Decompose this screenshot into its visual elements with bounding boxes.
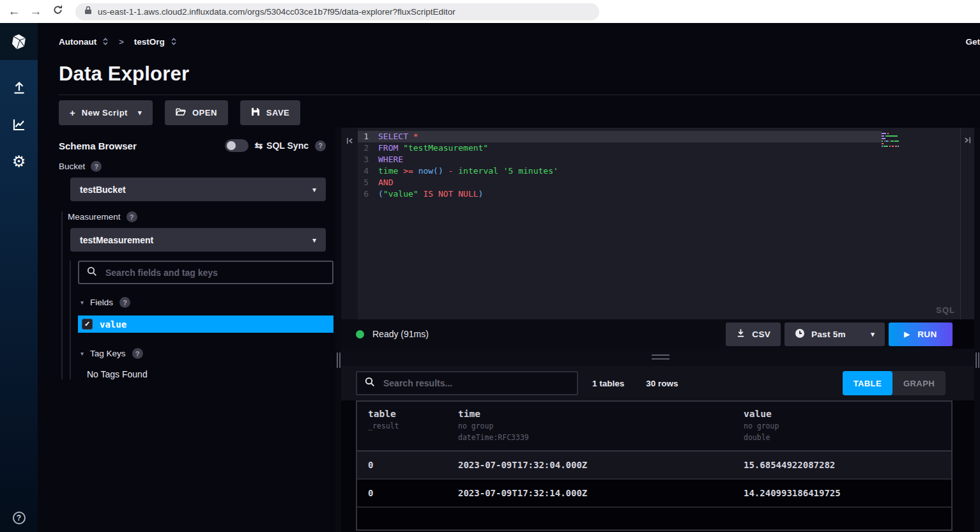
results-table-filler bbox=[357, 508, 951, 529]
table-row: 02023-07-09T17:32:04.000Z15.685449220872… bbox=[357, 452, 951, 480]
save-label: SAVE bbox=[266, 108, 289, 118]
nav-rail: ⚙ ? bbox=[0, 23, 38, 532]
gear-icon[interactable]: ⚙ bbox=[11, 153, 27, 170]
splitter-handle[interactable] bbox=[976, 353, 979, 368]
table-cell-table: 0 bbox=[368, 460, 458, 470]
run-label: RUN bbox=[917, 330, 937, 339]
results-search-box[interactable] bbox=[356, 371, 578, 395]
csv-label: CSV bbox=[752, 330, 770, 339]
suborg-switcher-icon[interactable] bbox=[171, 37, 177, 46]
table-cell-time: 2023-07-09T17:32:14.000Z bbox=[458, 488, 744, 498]
tag-keys-help-icon[interactable]: ? bbox=[132, 348, 143, 359]
plus-icon: + bbox=[70, 107, 75, 118]
help-area: ? bbox=[0, 512, 38, 524]
schema-browser-title: Schema Browser bbox=[59, 141, 137, 151]
measurement-help-icon[interactable]: ? bbox=[126, 211, 137, 222]
measurement-value: testMeasurement bbox=[80, 235, 153, 245]
bucket-help-icon[interactable]: ? bbox=[91, 161, 102, 172]
sql-sync-toggle[interactable] bbox=[225, 139, 249, 152]
main-area: Autonaut > testOrg Get Data Explorer + N… bbox=[38, 23, 980, 532]
collapse-right-icon[interactable] bbox=[963, 135, 972, 147]
results-search-input[interactable] bbox=[382, 377, 569, 389]
sql-sync-label: ⇆ SQL Sync bbox=[255, 140, 309, 151]
measurement-section: Measurement ? testMeasurement ▾ bbox=[61, 211, 326, 379]
panel-splitter-right[interactable] bbox=[974, 128, 980, 532]
fields-help-icon[interactable]: ? bbox=[119, 297, 130, 308]
help-icon[interactable]: ? bbox=[13, 512, 26, 524]
save-icon bbox=[251, 107, 260, 118]
field-item-value[interactable]: ✓ value bbox=[78, 315, 333, 333]
sql-sync-help-icon[interactable]: ? bbox=[315, 141, 326, 151]
code-line: 2FROM "testMeasurement" bbox=[358, 142, 882, 154]
schema-search-input[interactable] bbox=[104, 267, 325, 278]
schema-search-box[interactable] bbox=[78, 261, 333, 284]
rows-count: 30 rows bbox=[646, 379, 678, 388]
time-range-value: Past 5m bbox=[811, 330, 846, 339]
panel-splitter-vertical[interactable] bbox=[335, 128, 341, 532]
toggle-knob bbox=[227, 141, 236, 150]
new-script-label: New Script bbox=[82, 108, 128, 118]
clock-icon bbox=[795, 328, 805, 340]
splitter-handle[interactable] bbox=[337, 353, 341, 368]
table-cell-value: 15.68544922087282 bbox=[744, 460, 951, 470]
run-button[interactable]: ▶ RUN bbox=[889, 323, 953, 346]
panel-splitter-horizontal[interactable] bbox=[341, 349, 980, 366]
csv-download-button[interactable]: CSV bbox=[726, 323, 781, 346]
code-line: 4time >= now() - interval '5 minutes' bbox=[358, 165, 882, 177]
field-checkbox[interactable]: ✓ bbox=[82, 319, 93, 330]
title-divider bbox=[59, 95, 980, 95]
bucket-value: testBucket bbox=[80, 185, 126, 195]
folder-icon bbox=[176, 107, 186, 118]
upload-icon[interactable] bbox=[11, 79, 27, 96]
column-header: table_result bbox=[368, 409, 458, 442]
language-badge: SQL bbox=[936, 305, 955, 315]
screen: ← → us-east-1-1.aws.cloud2.influxdata.co… bbox=[0, 0, 980, 532]
results-toolbar: 1 tables 30 rows TABLE GRAPH bbox=[341, 366, 974, 400]
url-text: us-east-1-1.aws.cloud2.influxdata.com/or… bbox=[98, 7, 456, 17]
chevron-down-icon: ▾ bbox=[871, 330, 875, 338]
editor-minimap[interactable] bbox=[882, 128, 900, 319]
measurement-dropdown[interactable]: testMeasurement ▾ bbox=[70, 228, 326, 252]
results-table-body: 02023-07-09T17:32:04.000Z15.685449220872… bbox=[357, 452, 951, 508]
sql-editor: 1SELECT *2FROM "testMeasurement"3WHERE4t… bbox=[341, 128, 974, 319]
influxdb-logo[interactable] bbox=[0, 23, 38, 60]
breadcrumb-suborg[interactable]: testOrg bbox=[134, 37, 165, 47]
collapse-left-strip[interactable] bbox=[341, 128, 358, 319]
collapse-right-strip[interactable] bbox=[960, 128, 974, 319]
app-window: ⚙ ? Autonaut > testOrg Get Data Explorer bbox=[0, 23, 980, 532]
breadcrumb-org[interactable]: Autonaut bbox=[59, 37, 96, 47]
open-button[interactable]: OPEN bbox=[165, 100, 228, 125]
bucket-dropdown[interactable]: testBucket ▾ bbox=[70, 178, 326, 201]
browser-toolbar: ← → us-east-1-1.aws.cloud2.influxdata.co… bbox=[0, 0, 980, 23]
table-row: 02023-07-09T17:32:14.000Z14.240993186419… bbox=[357, 480, 951, 508]
browser-back-icon[interactable]: ← bbox=[6, 0, 22, 23]
banner-text[interactable]: Get bbox=[965, 37, 980, 47]
browser-refresh-icon[interactable] bbox=[50, 0, 65, 23]
tab-graph[interactable]: GRAPH bbox=[892, 371, 946, 395]
editor-results-column: 1SELECT *2FROM "testMeasurement"3WHERE4t… bbox=[341, 128, 980, 532]
workspace: Schema Browser ⇆ SQL Sync ? Bucket ? bbox=[38, 128, 980, 532]
code-line: 5AND bbox=[358, 177, 882, 188]
field-item-label: value bbox=[100, 319, 126, 330]
splitter-handle[interactable] bbox=[652, 354, 670, 360]
play-icon: ▶ bbox=[904, 330, 910, 338]
org-switcher-icon[interactable] bbox=[102, 37, 109, 46]
browser-forward-icon[interactable]: → bbox=[28, 0, 43, 23]
save-button[interactable]: SAVE bbox=[240, 100, 300, 125]
time-range-dropdown[interactable]: Past 5m ▾ bbox=[785, 323, 885, 346]
results-table-header: table_resulttimeno groupdateTime:RFC3339… bbox=[357, 402, 951, 452]
query-status-bar: Ready (91ms) CSV bbox=[341, 319, 953, 349]
schema-browser-panel: Schema Browser ⇆ SQL Sync ? Bucket ? bbox=[38, 128, 335, 532]
tag-keys-collapse-icon[interactable]: ▾ bbox=[80, 350, 84, 357]
collapse-left-icon[interactable] bbox=[346, 136, 354, 148]
tag-keys-label: Tag Keys bbox=[90, 349, 126, 358]
code-editor-text[interactable]: 1SELECT *2FROM "testMeasurement"3WHERE4t… bbox=[358, 128, 882, 319]
address-bar[interactable]: us-east-1-1.aws.cloud2.influxdata.com/or… bbox=[75, 3, 599, 20]
fields-collapse-icon[interactable]: ▾ bbox=[80, 299, 84, 306]
no-tags-text: No Tags Found bbox=[87, 369, 326, 379]
new-script-button[interactable]: + New Script ▾ bbox=[59, 100, 153, 125]
nav-rail-items: ⚙ bbox=[0, 79, 38, 170]
tab-table[interactable]: TABLE bbox=[843, 371, 892, 395]
tables-count: 1 tables bbox=[592, 379, 624, 388]
line-chart-icon[interactable] bbox=[11, 116, 27, 133]
